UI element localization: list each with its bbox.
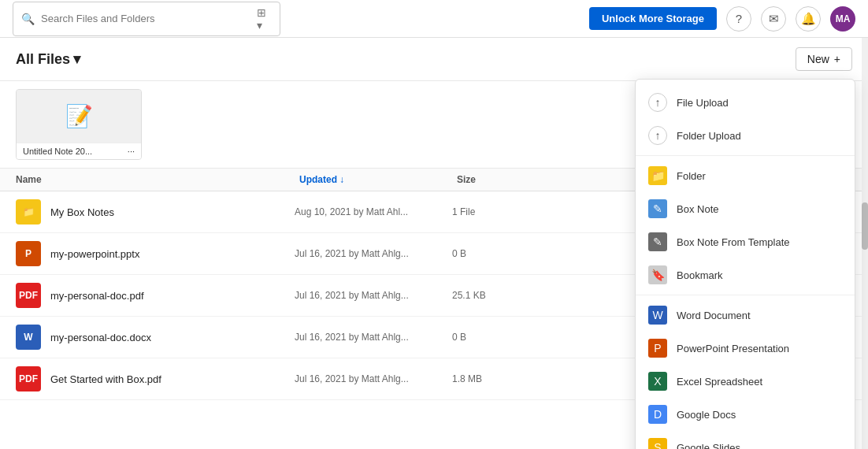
dropdown-item-gdocs[interactable]: DGoogle Docs — [636, 398, 855, 431]
file-name: my-personal-doc.docx — [50, 332, 295, 343]
file-updated: Jul 16, 2021 by Matt Ahlg... — [295, 373, 452, 384]
dropdown-item-label: Folder — [677, 170, 706, 182]
file-upload-icon: ↑ — [648, 93, 667, 112]
dropdown-item-label: Google Slides — [677, 442, 740, 450]
gslides-icon: S — [648, 438, 667, 449]
file-name: my-personal-doc.pdf — [50, 290, 295, 302]
dropdown-item-file-upload[interactable]: ↑File Upload — [636, 86, 855, 119]
file-updated: Aug 10, 2021 by Matt Ahl... — [295, 206, 452, 217]
filter-icon[interactable]: ⊞ ▾ — [257, 6, 272, 32]
dropdown-item-label: Box Note From Template — [677, 236, 790, 248]
dropdown-divider — [636, 295, 855, 295]
dropdown-divider — [636, 155, 855, 156]
word-doc-icon: W — [648, 306, 667, 325]
unlock-storage-button[interactable]: Unlock More Storage — [589, 7, 717, 30]
dropdown-item-bookmark[interactable]: 🔖Bookmark — [636, 258, 855, 291]
file-size: 25.1 KB — [452, 290, 547, 301]
pdf-icon: PDF — [16, 283, 41, 308]
new-button[interactable]: New + — [796, 47, 852, 71]
dropdown-item-folder[interactable]: 📁Folder — [636, 159, 855, 192]
file-size: 1 File — [452, 206, 547, 217]
pdf-icon: PDF — [16, 366, 41, 391]
dropdown-item-label: Excel Spreadsheet — [677, 376, 762, 388]
search-icon: 🔍 — [21, 13, 35, 25]
search-input[interactable] — [41, 13, 250, 24]
file-updated: Jul 16, 2021 by Matt Ahlg... — [295, 332, 452, 343]
dropdown-item-ppt[interactable]: PPowerPoint Presentation — [636, 332, 855, 365]
note-icon: 📝 — [65, 103, 93, 129]
dropdown-item-label: Bookmark — [677, 269, 723, 281]
col-updated-header[interactable]: Updated ↓ — [299, 174, 457, 185]
thumbnail-preview: 📝 — [17, 90, 141, 143]
docx-icon: W — [16, 325, 41, 350]
dropdown-item-box-note-tmpl[interactable]: ✎Box Note From Template — [636, 225, 855, 258]
dropdown-item-label: PowerPoint Presentation — [677, 343, 789, 354]
folder-upload-icon: ↑ — [648, 126, 667, 145]
folder-icon: 📁 — [16, 199, 41, 224]
dropdown-item-label: Box Note — [677, 203, 718, 215]
pptx-icon: P — [16, 241, 41, 266]
thumbnail-footer: Untitled Note 20... ··· — [17, 143, 141, 159]
dropdown-item-folder-upload[interactable]: ↑Folder Upload — [636, 119, 855, 152]
thumbnail-card[interactable]: 📝 Untitled Note 20... ··· — [16, 89, 142, 160]
header: 🔍 ⊞ ▾ Unlock More Storage ? ✉ 🔔 MA — [0, 0, 868, 38]
dropdown-item-box-note[interactable]: ✎Box Note — [636, 192, 855, 225]
file-updated: Jul 16, 2021 by Matt Ahlg... — [295, 248, 452, 259]
box-note-icon: ✎ — [648, 199, 667, 218]
dropdown-item-gslides[interactable]: SGoogle Slides — [636, 431, 855, 449]
dropdown-item-label: File Upload — [677, 97, 729, 109]
dropdown-item-label: Word Document — [677, 310, 751, 321]
folder-icon: 📁 — [648, 166, 667, 185]
scrollbar-thumb[interactable] — [862, 202, 868, 250]
scrollbar[interactable] — [862, 38, 868, 449]
ppt-icon: P — [648, 339, 667, 358]
file-updated: Jul 16, 2021 by Matt Ahlg... — [295, 290, 452, 301]
file-name: My Box Notes — [50, 206, 295, 218]
col-name-header: Name — [16, 174, 299, 185]
new-dropdown-menu: ↑File Upload↑Folder Upload📁Folder✎Box No… — [635, 79, 855, 449]
gdocs-icon: D — [648, 405, 667, 424]
main-content: All Files ▾ New + 📝 Untitled Note 20... … — [0, 38, 868, 449]
file-size: 0 B — [452, 332, 547, 343]
col-size-header: Size — [457, 174, 551, 185]
avatar[interactable]: MA — [830, 6, 855, 32]
excel-icon: X — [648, 372, 667, 391]
help-icon-button[interactable]: ? — [726, 6, 751, 32]
file-size: 1.8 MB — [452, 373, 547, 384]
dropdown-item-excel[interactable]: XExcel Spreadsheet — [636, 365, 855, 398]
mail-icon-button[interactable]: ✉ — [761, 6, 786, 32]
toolbar: All Files ▾ New + — [0, 38, 868, 81]
file-size: 0 B — [452, 248, 547, 259]
search-container: 🔍 ⊞ ▾ — [13, 2, 280, 36]
dropdown-item-word-doc[interactable]: WWord Document — [636, 299, 855, 332]
box-note-tmpl-icon: ✎ — [648, 232, 667, 251]
all-files-button[interactable]: All Files ▾ — [16, 50, 80, 68]
dropdown-item-label: Google Docs — [677, 409, 736, 421]
notification-icon-button[interactable]: 🔔 — [796, 6, 821, 32]
dropdown-item-label: Folder Upload — [677, 130, 741, 142]
file-name: Get Started with Box.pdf — [50, 373, 295, 385]
bookmark-icon: 🔖 — [648, 265, 667, 284]
file-name: my-powerpoint.pptx — [50, 248, 295, 260]
